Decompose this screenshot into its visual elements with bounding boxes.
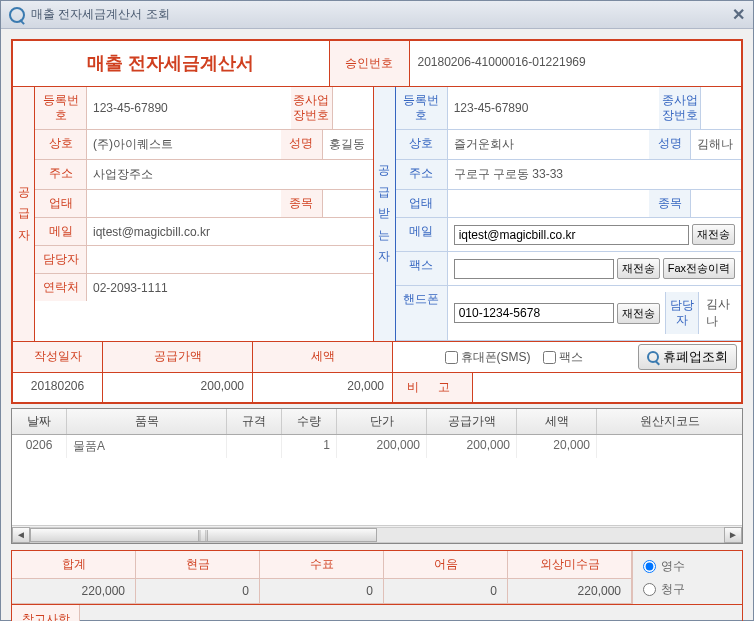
buyer-ceo-label: 성명	[649, 130, 691, 159]
fax-resend-button[interactable]: 재전송	[617, 258, 660, 279]
buyer-addr-label: 주소	[396, 160, 448, 189]
buyer-biztype-label: 업태	[396, 190, 448, 217]
scroll-right-icon[interactable]: ►	[724, 527, 742, 543]
supplier-addr-label: 주소	[35, 160, 87, 189]
col-qty: 수량	[282, 409, 337, 434]
receivable-label: 외상미수금	[508, 551, 632, 579]
check-label: 수표	[260, 551, 384, 579]
buyer-email-input[interactable]	[454, 225, 689, 245]
phone-resend-button[interactable]: 재전송	[617, 303, 660, 324]
buyer-subbiz-label: 종사업장번호	[659, 87, 701, 129]
note-label: 어음	[384, 551, 508, 579]
supply-amount: 200,000	[103, 373, 253, 402]
fax-history-button[interactable]: Fax전송이력	[663, 258, 735, 279]
buyer-item-label: 종목	[649, 190, 691, 217]
supplier-mgr	[87, 246, 373, 273]
buyer-vert-label: 공급받는자	[374, 87, 396, 341]
tax-amount: 20,000	[253, 373, 393, 402]
buyer-phone-input[interactable]	[454, 303, 614, 323]
supplier-item	[323, 190, 373, 217]
buyer-addr: 구로구 구로동 33-33	[448, 160, 741, 189]
supplier-item-label: 종목	[281, 190, 323, 217]
receivable-value: 220,000	[508, 579, 632, 604]
receipt-radio[interactable]: 영수	[643, 558, 732, 575]
buyer-name: 즐거운회사	[448, 130, 649, 159]
approval-no-label: 승인번호	[330, 41, 410, 86]
col-tax: 세액	[517, 409, 597, 434]
supply-amount-label: 공급가액	[103, 342, 253, 372]
supplier-biztype	[87, 190, 281, 217]
supplier-subbiz-label: 종사업장번호	[291, 87, 333, 129]
supplier-mgr-label: 담당자	[35, 246, 87, 273]
document-title: 매출 전자세금계산서	[13, 41, 330, 86]
buyer-biztype	[448, 190, 649, 217]
remark-value	[473, 373, 741, 402]
supplier-tel-label: 연락처	[35, 274, 87, 301]
cash-label: 현금	[136, 551, 260, 579]
buyer-fax-input[interactable]	[454, 259, 614, 279]
supplier-name-label: 상호	[35, 130, 87, 159]
note-value: 0	[384, 579, 508, 604]
buyer-email-label: 메일	[396, 218, 448, 251]
col-origin: 원산지코드	[597, 409, 742, 434]
buyer-mgr: 김사나	[702, 296, 735, 330]
titlebar: 매출 전자세금계산서 조회 ✕	[1, 1, 753, 29]
supplier-addr: 사업장주소	[87, 160, 373, 189]
claim-radio[interactable]: 청구	[643, 581, 732, 598]
search-icon	[647, 351, 659, 363]
sms-checkbox[interactable]: 휴대폰(SMS)	[445, 349, 531, 366]
business-status-button[interactable]: 휴폐업조회	[638, 344, 737, 370]
table-row[interactable]: 0206 물품A 1 200,000 200,000 20,000	[12, 435, 742, 458]
supplier-ceo-label: 성명	[281, 130, 323, 159]
supplier-email-label: 메일	[35, 218, 87, 245]
email-resend-button[interactable]: 재전송	[692, 224, 735, 245]
supplier-biztype-label: 업태	[35, 190, 87, 217]
supplier-reg-label: 등록번호	[35, 87, 87, 129]
total-label: 합계	[12, 551, 136, 579]
buyer-name-label: 상호	[396, 130, 448, 159]
col-item: 품목	[67, 409, 227, 434]
check-value: 0	[260, 579, 384, 604]
buyer-reg-label: 등록번호	[396, 87, 448, 129]
buyer-subbiz	[701, 87, 741, 129]
approval-no: 20180206-41000016-01221969	[410, 41, 742, 86]
window-title: 매출 전자세금계산서 조회	[31, 6, 170, 23]
write-date: 20180206	[13, 373, 103, 402]
supplier-email: iqtest@magicbill.co.kr	[87, 218, 373, 245]
col-supply: 공급가액	[427, 409, 517, 434]
supplier-vert-label: 공급자	[13, 87, 35, 341]
buyer-ceo: 김해나	[691, 130, 741, 159]
col-date: 날짜	[12, 409, 67, 434]
remark-label: 비 고	[393, 373, 473, 402]
scroll-thumb[interactable]: ║║	[30, 528, 377, 542]
cash-value: 0	[136, 579, 260, 604]
supplier-name: (주)아이퀘스트	[87, 130, 281, 159]
horizontal-scrollbar[interactable]: ◄ ║║ ►	[12, 525, 742, 543]
buyer-mgr-label: 담당자	[665, 292, 700, 334]
col-spec: 규격	[227, 409, 282, 434]
items-grid: 날짜 품목 규격 수량 단가 공급가액 세액 원산지코드 0206 물품A 1 …	[11, 408, 743, 544]
close-icon[interactable]: ✕	[732, 5, 745, 24]
buyer-reg-no: 123-45-67890	[448, 87, 659, 129]
reference-value	[80, 605, 742, 621]
total-value: 220,000	[12, 579, 136, 604]
app-icon	[9, 7, 25, 23]
buyer-fax-label: 팩스	[396, 252, 448, 285]
buyer-phone-label: 핸드폰	[396, 286, 448, 340]
supplier-subbiz	[333, 87, 373, 129]
send-options: 휴대폰(SMS) 팩스	[393, 342, 634, 372]
supplier-reg-no: 123-45-67890	[87, 87, 291, 129]
write-date-label: 작성일자	[13, 342, 103, 372]
reference-label: 참고사항	[12, 605, 80, 621]
scroll-left-icon[interactable]: ◄	[12, 527, 30, 543]
col-price: 단가	[337, 409, 427, 434]
supplier-ceo: 홍길동	[323, 130, 373, 159]
tax-amount-label: 세액	[253, 342, 393, 372]
fax-checkbox[interactable]: 팩스	[543, 349, 583, 366]
buyer-item	[691, 190, 741, 217]
supplier-tel: 02-2093-1111	[87, 274, 373, 301]
